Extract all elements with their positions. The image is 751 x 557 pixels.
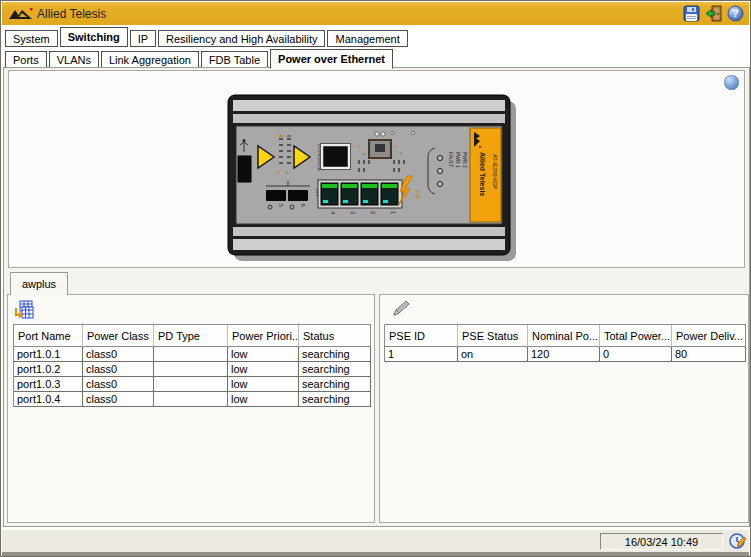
device-model: AT-IE200-6GP — [492, 154, 498, 190]
help-icon: ? — [727, 5, 744, 22]
svg-text:?: ? — [732, 8, 738, 19]
ethernet-port-2[interactable] — [361, 183, 378, 205]
column-header-nominal-power[interactable]: Nominal Po... — [528, 325, 600, 347]
edit-button[interactable] — [390, 299, 412, 321]
column-header-total-power[interactable]: Total Power... — [600, 325, 672, 347]
console-port[interactable] — [322, 145, 349, 168]
cell-port-name: port1.0.4 — [14, 392, 83, 407]
table-row[interactable]: 1 on 120 0 80 — [385, 347, 746, 362]
svg-text:*: * — [394, 143, 397, 152]
cell-power-priority: low — [228, 362, 299, 377]
cell-pd-type — [154, 347, 228, 362]
cell-power-priority: low — [228, 392, 299, 407]
cell-port-name: port1.0.2 — [14, 362, 83, 377]
cell-pd-type — [154, 392, 228, 407]
cell-pse-status: on — [458, 347, 528, 362]
save-icon — [683, 5, 700, 22]
datetime-display: 16/03/24 10:49 — [600, 533, 723, 550]
tab-awplus[interactable]: awplus — [10, 272, 68, 295]
window-bottom-edge — [2, 552, 749, 557]
svg-text:*: * — [399, 150, 402, 159]
table-header-row: PSE ID PSE Status Nominal Po... Total Po… — [385, 325, 746, 347]
sfp-slot-5[interactable] — [266, 190, 286, 201]
column-header-pse-id[interactable]: PSE ID — [385, 325, 458, 347]
fault-label: FAULT — [448, 152, 454, 167]
cell-nominal-power: 120 — [528, 347, 600, 362]
panel-help-button[interactable] — [724, 75, 739, 90]
tab-system[interactable]: System — [5, 30, 58, 47]
tab-power-over-ethernet[interactable]: Power over Ethernet — [270, 49, 393, 69]
ethernet-port-3[interactable] — [341, 183, 358, 205]
cell-status: searching — [299, 362, 371, 377]
datetime-text: 16/03/24 10:49 — [625, 536, 698, 548]
table-header-row: Port Name Power Class PD Type Power Prio… — [14, 325, 371, 347]
cell-power-delivered: 80 — [672, 347, 746, 362]
help-button[interactable]: ? — [727, 5, 744, 22]
table-row[interactable]: port1.0.4 class0 low searching — [14, 392, 371, 407]
application-window: Allied Telesis — [0, 0, 751, 557]
poe-label: PoE — [415, 190, 421, 200]
window-title: Allied Telesis — [37, 7, 106, 21]
column-header-power-priority[interactable]: Power Priori... — [228, 325, 299, 347]
ethernet-port-4[interactable] — [321, 183, 338, 205]
svg-text:*: * — [357, 143, 360, 152]
sfp-slot-6[interactable] — [288, 190, 308, 201]
column-header-power-class[interactable]: Power Class — [83, 325, 154, 347]
column-header-pd-type[interactable]: PD Type — [154, 325, 228, 347]
cell-power-priority: low — [228, 377, 299, 392]
table-row[interactable]: port1.0.3 class0 low searching — [14, 377, 371, 392]
cell-power-class: class0 — [83, 362, 154, 377]
status-bar: 16/03/24 10:49 — [2, 529, 749, 552]
table-row[interactable]: port1.0.1 class0 low searching — [14, 347, 371, 362]
pse-panel: PSE ID PSE Status Nominal Po... Total Po… — [379, 294, 749, 523]
primary-tab-bar: System Switching IP Resiliency and High … — [1, 27, 751, 47]
column-header-power-delivered[interactable]: Power Deliv... — [672, 325, 746, 347]
table-row[interactable]: port1.0.2 class0 low searching — [14, 362, 371, 377]
led-orange — [279, 135, 283, 137]
column-header-status[interactable]: Status — [299, 325, 371, 347]
poe-port-panel: Port Name Power Class PD Type Power Prio… — [7, 294, 375, 523]
save-button[interactable] — [683, 5, 700, 22]
tab-label: System — [13, 33, 50, 45]
tab-resiliency[interactable]: Resiliency and High Availability — [158, 30, 325, 47]
tab-label: Switching — [68, 31, 120, 43]
cell-port-name: port1.0.1 — [14, 347, 83, 362]
set-time-button[interactable] — [729, 532, 746, 549]
secondary-tab-bar: Ports VLANs Link Aggregation FDB Table P… — [1, 48, 751, 68]
column-header-port-name[interactable]: Port Name — [14, 325, 83, 347]
pwr2-label: PWR 2 — [462, 152, 468, 168]
cell-status: searching — [299, 377, 371, 392]
sfp-number: 6 — [300, 204, 306, 207]
sfp-number: 5 — [278, 204, 284, 207]
cell-pd-type — [154, 377, 228, 392]
column-header-pse-status[interactable]: PSE Status — [458, 325, 528, 347]
titlebar-actions: ? — [683, 5, 744, 22]
customize-table-icon — [13, 299, 35, 321]
pwr1-led — [437, 168, 442, 173]
tab-label: Resiliency and High Availability — [166, 33, 317, 45]
tab-ports[interactable]: Ports — [5, 51, 47, 68]
tab-management[interactable]: Management — [327, 30, 407, 47]
tab-vlans[interactable]: VLANs — [49, 51, 99, 68]
tab-ip[interactable]: IP — [130, 30, 156, 47]
cell-port-name: port1.0.3 — [14, 377, 83, 392]
cell-total-power: 0 — [600, 347, 672, 362]
content-frame: * * CONSOLE * + — [3, 67, 750, 527]
tab-link-aggregation[interactable]: Link Aggregation — [101, 51, 199, 68]
usb-port[interactable] — [238, 156, 251, 182]
device-panel: * * CONSOLE * + — [8, 70, 745, 268]
pwr1-label: PWR 1 — [455, 152, 461, 168]
edit-pencil-icon — [391, 299, 411, 319]
tab-switching[interactable]: Switching — [60, 27, 128, 47]
tab-fdb-table[interactable]: FDB Table — [201, 51, 268, 68]
tab-label: Power over Ethernet — [278, 53, 385, 65]
tab-label: IP — [138, 33, 148, 45]
tab-label: Ports — [13, 54, 39, 66]
stack-member-label: awplus — [22, 278, 56, 290]
customize-table-button[interactable] — [13, 299, 35, 321]
ethernet-port-1[interactable] — [381, 183, 398, 205]
logout-button[interactable] — [705, 5, 722, 22]
led-green — [287, 135, 291, 137]
cell-status: searching — [299, 392, 371, 407]
tab-label: Management — [335, 33, 399, 45]
